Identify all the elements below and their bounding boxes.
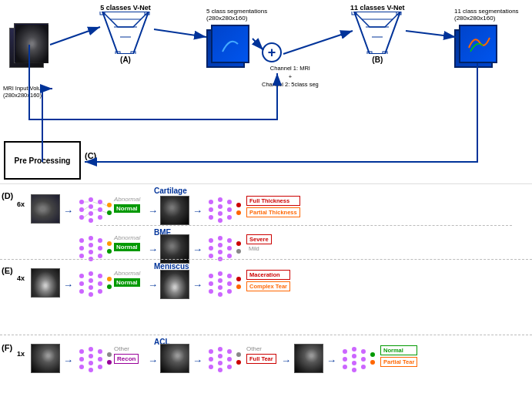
svg-point-121 (218, 368, 223, 372)
svg-point-133 (352, 368, 356, 372)
bme-result1: Severe (246, 234, 272, 244)
svg-point-45 (209, 215, 213, 220)
svg-point-83 (89, 278, 93, 283)
seg-cube-b: 11 class segmentations(280x280x160) (454, 8, 519, 68)
svg-point-60 (89, 250, 93, 254)
svg-point-44 (209, 207, 213, 212)
e-result2: Complex Tear (246, 281, 290, 291)
svg-point-88 (98, 289, 102, 294)
e-arrow3: → (192, 279, 202, 291)
svg-point-74 (227, 238, 232, 243)
e-nn1 (75, 270, 118, 301)
top-section: MRI Input Volume(280x280x160) 5 classes … (0, 0, 532, 177)
svg-point-96 (218, 285, 223, 290)
vnet-a-svg (99, 12, 152, 54)
svg-point-57 (79, 254, 84, 258)
vnet-b-classes-label: 11 classes V-Net (350, 4, 405, 12)
f-other1: Other (114, 345, 139, 352)
svg-point-28 (89, 204, 93, 209)
bme-results: Severe Mild (246, 234, 272, 253)
vnet-a-classes-label: 5 classes V-Net (99, 4, 152, 12)
svg-line-20 (154, 29, 206, 37)
vnet-a-container: 5 classes V-Net (A) (99, 4, 152, 64)
label-d: (D) (2, 191, 13, 200)
svg-point-50 (227, 200, 232, 204)
f-cube2 (160, 344, 189, 373)
e-result1: Maceration (246, 270, 290, 280)
svg-point-90 (107, 284, 112, 289)
cartilage-title: Cartilage (154, 187, 187, 195)
svg-point-122 (227, 349, 232, 354)
svg-point-89 (107, 277, 112, 281)
svg-point-53 (236, 203, 241, 207)
f-results: Normal Partial Tear (380, 345, 417, 367)
svg-point-130 (352, 347, 356, 352)
svg-point-132 (352, 361, 356, 365)
seg-a-label: 5 class segmentations(280x280x160) (206, 8, 267, 22)
e-cube (31, 268, 60, 298)
svg-point-107 (89, 354, 93, 358)
svg-point-129 (343, 365, 347, 369)
f-nn1 (75, 345, 118, 376)
svg-point-56 (79, 246, 84, 251)
sep-ef (0, 335, 532, 335)
svg-point-117 (209, 365, 213, 369)
svg-point-135 (361, 357, 366, 362)
bottom-section: (D) Cartilage 6x → (0, 185, 532, 407)
e-arrow1: → (63, 279, 73, 291)
svg-point-69 (209, 254, 213, 258)
svg-point-100 (227, 289, 232, 294)
svg-point-62 (98, 238, 102, 243)
svg-point-35 (107, 210, 112, 215)
svg-line-19 (50, 27, 100, 45)
preproc-box: Pre Processing (4, 141, 81, 180)
svg-point-104 (79, 357, 84, 362)
svg-point-52 (227, 215, 232, 220)
f-arrow5: → (326, 355, 336, 366)
svg-point-72 (218, 250, 223, 254)
svg-point-25 (79, 207, 84, 212)
svg-point-75 (227, 246, 232, 251)
svg-point-30 (89, 218, 93, 223)
f-full-tear: Full Tear (246, 354, 276, 364)
e-abnormal: Abnormal (114, 270, 140, 277)
svg-point-87 (98, 281, 102, 286)
vnet-b-container: 11 classes V-Net (B) (350, 4, 405, 64)
svg-point-124 (227, 365, 232, 369)
svg-point-29 (89, 211, 93, 216)
svg-point-66 (107, 249, 112, 254)
f-arrow2: → (148, 355, 158, 366)
svg-point-34 (107, 203, 112, 207)
svg-point-80 (79, 281, 84, 286)
label-e: (E) (2, 266, 13, 275)
d-results: Full Thickness Partial Thickness (246, 196, 300, 217)
f-cube3 (294, 344, 323, 373)
svg-point-115 (209, 349, 213, 354)
svg-point-111 (98, 357, 102, 362)
svg-point-82 (89, 271, 93, 276)
svg-point-85 (89, 292, 93, 297)
mri-label: MRI Input Volume(280x280x160) (3, 85, 49, 99)
svg-point-138 (370, 360, 375, 365)
svg-point-64 (98, 254, 102, 258)
svg-point-126 (236, 360, 241, 365)
seg-cube-a: 5 class segmentations(280x280x160) (206, 8, 267, 68)
channel-text: Channel 1: MRI+Channel 2: 5class seg (262, 65, 319, 89)
bme-abnormal: Abnormal (114, 234, 140, 241)
label-c: (C) (85, 151, 96, 160)
d-cube (31, 194, 60, 224)
svg-point-58 (89, 236, 93, 240)
e-cube2 (160, 270, 189, 299)
e-nn2 (205, 270, 247, 301)
svg-point-71 (218, 243, 223, 247)
separator-line (0, 183, 532, 184)
plus-container: + Channel 1: MRI+Channel 2: 5class seg (262, 42, 319, 89)
svg-point-49 (218, 218, 223, 223)
bme-arrow2: → (148, 244, 158, 255)
e-arrow2: → (148, 279, 158, 291)
f-normal: Normal (380, 345, 417, 355)
bme-result2: Mild (246, 244, 272, 253)
svg-line-38 (84, 214, 89, 217)
e-mult: 4x (17, 274, 25, 282)
svg-point-43 (209, 200, 213, 204)
